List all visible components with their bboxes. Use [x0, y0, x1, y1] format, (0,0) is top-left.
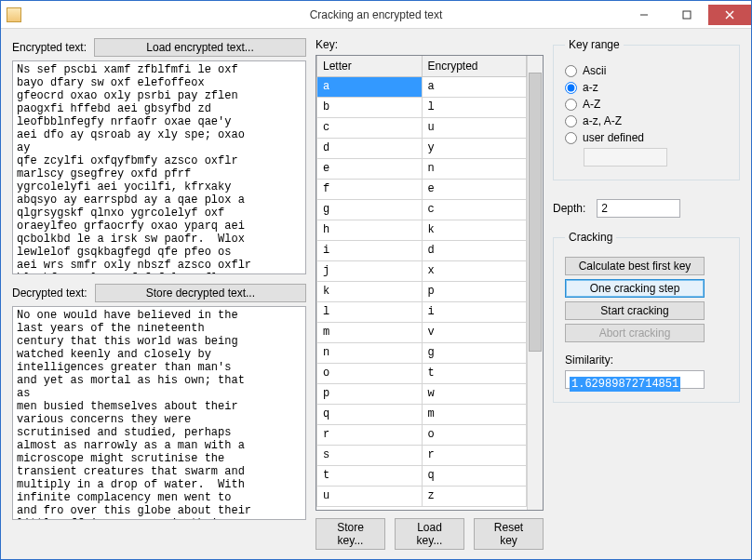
cell-encrypted[interactable]: o — [422, 424, 527, 445]
load-encrypted-button[interactable]: Load encrypted text... — [94, 38, 306, 57]
cell-letter[interactable]: q — [317, 404, 423, 424]
table-row[interactable]: en — [317, 158, 527, 179]
table-row[interactable]: bl — [317, 97, 527, 117]
cell-encrypted[interactable]: n — [422, 158, 527, 179]
cell-encrypted[interactable]: g — [422, 342, 527, 363]
cell-encrypted[interactable]: l — [422, 97, 527, 117]
col-encrypted[interactable]: Encrypted — [422, 56, 527, 76]
depth-input[interactable] — [597, 199, 680, 218]
cell-encrypted[interactable]: q — [422, 465, 527, 486]
cell-encrypted[interactable]: p — [422, 281, 527, 301]
table-row[interactable]: tq — [317, 465, 527, 486]
table-row[interactable]: dy — [317, 138, 527, 158]
cell-letter[interactable]: a — [317, 76, 423, 97]
cell-letter[interactable]: b — [317, 97, 423, 117]
cell-encrypted[interactable]: u — [422, 117, 527, 138]
abort-cracking-button[interactable]: Abort cracking — [565, 324, 705, 342]
key-range-option[interactable]: a-z — [565, 81, 728, 94]
key-range-option[interactable]: A-Z — [565, 98, 728, 111]
table-row[interactable]: mv — [317, 322, 527, 342]
minimize-button[interactable] — [623, 5, 665, 25]
cell-letter[interactable]: k — [317, 281, 423, 301]
cell-letter[interactable]: s — [317, 445, 423, 465]
cell-letter[interactable]: l — [317, 301, 423, 322]
scrollbar-thumb[interactable] — [529, 73, 542, 352]
key-range-radio[interactable] — [565, 82, 577, 94]
key-range-radio[interactable] — [565, 132, 577, 144]
cell-letter[interactable]: f — [317, 179, 423, 199]
cell-letter[interactable]: e — [317, 158, 423, 179]
key-table-scrollbar[interactable] — [527, 56, 543, 510]
load-key-button[interactable]: Load key... — [395, 518, 464, 550]
key-range-legend: Key range — [565, 38, 624, 51]
table-row[interactable]: fe — [317, 179, 527, 199]
cell-encrypted[interactable]: i — [422, 301, 527, 322]
cell-letter[interactable]: t — [317, 465, 423, 486]
cell-encrypted[interactable]: x — [422, 260, 527, 281]
table-row[interactable]: jx — [317, 260, 527, 281]
cell-encrypted[interactable]: d — [422, 240, 527, 260]
cell-encrypted[interactable]: c — [422, 199, 527, 220]
cell-letter[interactable]: j — [317, 260, 423, 281]
cell-encrypted[interactable]: m — [422, 404, 527, 424]
cell-letter[interactable]: g — [317, 199, 423, 220]
cell-letter[interactable]: d — [317, 138, 423, 158]
one-cracking-step-button[interactable]: One cracking step — [565, 279, 705, 298]
cell-encrypted[interactable]: y — [422, 138, 527, 158]
similarity-field[interactable]: 1.62989872714851 — [565, 370, 705, 389]
cell-encrypted[interactable]: a — [422, 76, 527, 97]
cell-letter[interactable]: n — [317, 342, 423, 363]
cell-encrypted[interactable]: e — [422, 179, 527, 199]
calc-best-first-key-button[interactable]: Calculate best first key — [565, 257, 705, 275]
cell-letter[interactable]: u — [317, 486, 423, 506]
key-range-radio[interactable] — [565, 65, 577, 77]
key-range-option[interactable]: user defined — [565, 131, 728, 144]
key-table-grid[interactable]: Letter Encrypted aablcudyenfegchkidjxkpl… — [316, 56, 527, 510]
table-row[interactable]: ro — [317, 424, 527, 445]
start-cracking-button[interactable]: Start cracking — [565, 301, 705, 320]
col-letter[interactable]: Letter — [317, 56, 423, 76]
maximize-button[interactable] — [665, 5, 708, 25]
cell-letter[interactable]: m — [317, 322, 423, 342]
table-row[interactable]: li — [317, 301, 527, 322]
table-row[interactable]: kp — [317, 281, 527, 301]
table-row[interactable]: gc — [317, 199, 527, 220]
key-range-option[interactable]: Ascii — [565, 64, 728, 77]
table-row[interactable]: uz — [317, 486, 527, 506]
app-window: Cracking an encrypted text Encrypted tex… — [0, 0, 752, 560]
table-row[interactable]: ot — [317, 363, 527, 383]
table-row[interactable]: id — [317, 240, 527, 260]
store-decrypted-button[interactable]: Store decrypted text... — [95, 284, 306, 302]
table-row[interactable]: cu — [317, 117, 527, 138]
table-row[interactable]: aa — [317, 76, 527, 97]
table-row[interactable]: qm — [317, 404, 527, 424]
key-range-radio-label: a-z, A-Z — [583, 114, 622, 127]
cell-letter[interactable]: p — [317, 383, 423, 404]
table-row[interactable]: sr — [317, 445, 527, 465]
table-row[interactable]: ng — [317, 342, 527, 363]
key-range-option[interactable]: a-z, A-Z — [565, 114, 728, 127]
key-range-radio[interactable] — [565, 99, 577, 111]
cell-letter[interactable]: r — [317, 424, 423, 445]
cell-encrypted[interactable]: k — [422, 220, 527, 240]
cell-encrypted[interactable]: w — [422, 383, 527, 404]
close-button[interactable] — [708, 5, 751, 25]
table-row[interactable]: hk — [317, 220, 527, 240]
decrypted-textarea[interactable] — [12, 306, 306, 520]
cell-letter[interactable]: i — [317, 240, 423, 260]
cell-letter[interactable]: o — [317, 363, 423, 383]
decrypted-label: Decrypted text: — [12, 287, 87, 300]
cell-encrypted[interactable]: r — [422, 445, 527, 465]
table-row[interactable]: pw — [317, 383, 527, 404]
cell-encrypted[interactable]: v — [422, 322, 527, 342]
user-defined-input[interactable] — [584, 148, 667, 167]
cell-letter[interactable]: c — [317, 117, 423, 138]
reset-key-button[interactable]: Reset key — [474, 518, 544, 550]
cell-encrypted[interactable]: z — [422, 486, 527, 506]
encrypted-textarea[interactable] — [12, 60, 306, 274]
key-range-radio-label: Ascii — [583, 64, 606, 77]
key-range-radio[interactable] — [565, 115, 577, 127]
store-key-button[interactable]: Store key... — [316, 518, 385, 550]
cell-letter[interactable]: h — [317, 220, 423, 240]
cell-encrypted[interactable]: t — [422, 363, 527, 383]
